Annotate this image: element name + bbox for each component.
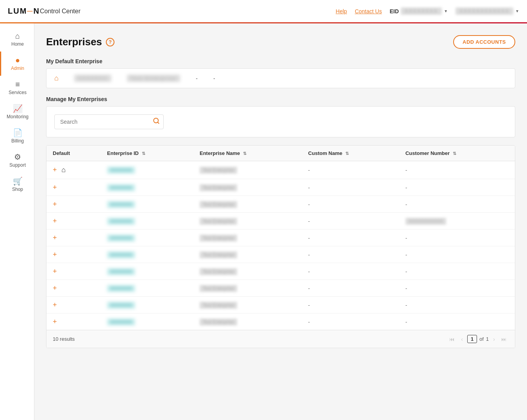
col-default: Default <box>46 146 101 161</box>
row-customer-number: - <box>399 179 515 196</box>
table-row: + XXXXXXX Test Enterprise - - <box>46 297 515 313</box>
search-container <box>54 114 164 129</box>
row-custom-name: - <box>302 263 399 280</box>
row-customer-number: - <box>399 280 515 297</box>
row-enterprise-name: Test Enterprise <box>193 246 302 263</box>
prev-page-button[interactable]: ‹ <box>459 335 465 343</box>
first-page-button[interactable]: ⏮ <box>447 335 457 343</box>
row-default-cell: + <box>46 230 101 246</box>
next-page-button[interactable]: › <box>491 335 497 343</box>
row-default-cell: + <box>46 196 101 213</box>
set-default-button[interactable]: + <box>53 285 57 292</box>
row-custom-name: - <box>302 280 399 297</box>
sidebar-item-billing[interactable]: 📄 Billing <box>0 124 34 148</box>
search-button[interactable] <box>153 117 160 126</box>
sidebar-item-admin[interactable]: ● Admin <box>0 52 34 76</box>
row-default-cell: + <box>46 313 101 330</box>
row-enterprise-id: XXXXXXX <box>101 179 193 196</box>
table-footer: 10 results ⏮ ‹ 1 of 1 › ⏭ <box>46 330 515 348</box>
shop-icon: 🛒 <box>13 177 23 185</box>
default-home-marker: ⌂ <box>61 166 66 174</box>
results-count: 10 results <box>53 336 75 342</box>
default-enterprise-label: My Default Enterprise <box>46 58 515 64</box>
page-title: Enterprises <box>46 36 102 48</box>
sidebar-item-label: Support <box>9 162 26 168</box>
add-accounts-button[interactable]: ADD ACCOUNTS <box>453 35 515 49</box>
col-enterprise-id[interactable]: Enterprise ID ⇅ <box>101 146 193 161</box>
sort-customer-number-icon: ⇅ <box>453 151 456 156</box>
help-link[interactable]: Help <box>336 8 347 14</box>
row-enterprise-name: Test Enterprise <box>193 161 302 179</box>
eid-chevron-icon: ▼ <box>444 9 448 13</box>
set-default-button[interactable]: + <box>53 217 57 224</box>
set-default-button[interactable]: + <box>53 234 57 241</box>
row-enterprise-id: XXXXXXX <box>101 313 193 330</box>
eid-dropdown[interactable]: EID XXXXXXXX ▼ <box>389 7 448 15</box>
support-icon: ⚙ <box>14 153 21 161</box>
main-content: Enterprises ? ADD ACCOUNTS My Default En… <box>34 23 527 420</box>
row-default-cell: + <box>46 213 101 230</box>
sidebar-item-services[interactable]: ≡ Services <box>0 76 34 100</box>
sidebar-item-home[interactable]: ⌂ Home <box>0 27 34 52</box>
user-chevron-icon: ▼ <box>515 9 519 13</box>
page-header: Enterprises ? ADD ACCOUNTS <box>46 35 515 49</box>
row-default-cell: + <box>46 280 101 297</box>
row-enterprise-id: XXXXXXX <box>101 196 193 213</box>
user-value: XXXXXXXXXXXX <box>456 7 513 15</box>
row-enterprise-id: XXXXXXX <box>101 230 193 246</box>
admin-icon: ● <box>15 56 20 64</box>
default-enterprise-name: Test Enterprise <box>127 75 180 82</box>
row-enterprise-id: XXXXXXX <box>101 246 193 263</box>
user-dropdown[interactable]: XXXXXXXXXXXX ▼ <box>456 7 519 15</box>
col-enterprise-name[interactable]: Enterprise Name ⇅ <box>193 146 302 161</box>
row-default-cell: + <box>46 297 101 313</box>
row-custom-name: - <box>302 313 399 330</box>
set-default-button[interactable]: + <box>53 251 57 258</box>
row-custom-name: - <box>302 246 399 263</box>
search-input[interactable] <box>54 114 164 129</box>
manage-section <box>46 106 515 137</box>
table-row: + XXXXXXX Test Enterprise - - <box>46 196 515 213</box>
sidebar-item-monitoring[interactable]: 📈 Monitoring <box>0 100 34 124</box>
set-default-button[interactable]: + <box>53 318 57 325</box>
row-customer-number: XXXXXXXXXXX <box>399 213 515 230</box>
row-enterprise-name: Test Enterprise <box>193 230 302 246</box>
sidebar-item-shop[interactable]: 🛒 Shop <box>0 173 34 197</box>
table-row: + XXXXXXX Test Enterprise - - <box>46 246 515 263</box>
help-circle-icon[interactable]: ? <box>106 38 114 46</box>
row-custom-name: - <box>302 161 399 179</box>
default-enterprise-id: XXXXXXX <box>74 75 111 82</box>
row-customer-number: - <box>399 263 515 280</box>
col-customer-number[interactable]: Customer Number ⇅ <box>399 146 515 161</box>
home-icon: ⌂ <box>15 32 20 40</box>
row-customer-number: - <box>399 196 515 213</box>
row-enterprise-id: XXXXXXX <box>101 263 193 280</box>
contact-us-link[interactable]: Contact Us <box>355 8 382 14</box>
enterprises-table-wrapper: Default Enterprise ID ⇅ Enterprise Name … <box>46 145 515 348</box>
row-customer-number: - <box>399 230 515 246</box>
table-row: + XXXXXXX Test Enterprise - - <box>46 263 515 280</box>
row-custom-name: - <box>302 297 399 313</box>
sidebar-item-label: Home <box>11 41 24 47</box>
last-page-button[interactable]: ⏭ <box>499 335 509 343</box>
default-custom-name: - <box>196 75 198 82</box>
sidebar-item-label: Shop <box>12 187 23 192</box>
row-enterprise-id: XXXXXXX <box>101 213 193 230</box>
col-custom-name[interactable]: Custom Name ⇅ <box>302 146 399 161</box>
row-customer-number: - <box>399 313 515 330</box>
enterprises-table: Default Enterprise ID ⇅ Enterprise Name … <box>46 146 515 330</box>
row-default-cell: + ⌂ <box>46 161 101 179</box>
sort-custom-name-icon: ⇅ <box>345 151 349 156</box>
svg-line-1 <box>157 122 159 123</box>
row-enterprise-id: XXXXXXX <box>101 280 193 297</box>
header: LUM─N Control Center Help Contact Us EID… <box>0 0 527 23</box>
sidebar-item-support[interactable]: ⚙ Support <box>0 148 34 173</box>
row-enterprise-id: XXXXXXX <box>101 161 193 179</box>
set-default-button[interactable]: + <box>53 166 57 173</box>
set-default-button[interactable]: + <box>53 184 57 191</box>
table-row: + XXXXXXX Test Enterprise - XXXXXXXXXXX <box>46 213 515 230</box>
set-default-button[interactable]: + <box>53 301 57 308</box>
row-customer-number: - <box>399 246 515 263</box>
set-default-button[interactable]: + <box>53 201 57 208</box>
set-default-button[interactable]: + <box>53 268 57 275</box>
